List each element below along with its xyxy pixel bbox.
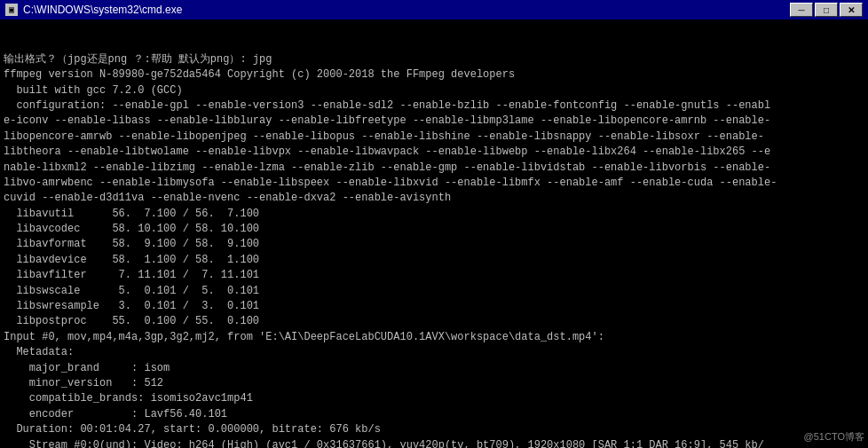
console-line: encoder : Lavf56.40.101 xyxy=(4,407,864,422)
console-line: libavformat 58. 9.100 / 58. 9.100 xyxy=(4,237,864,252)
console-line: Metadata: xyxy=(4,345,864,360)
console-line: compatible_brands: isomiso2avc1mp41 xyxy=(4,391,864,406)
console-line: libswscale 5. 0.101 / 5. 0.101 xyxy=(4,284,864,299)
cmd-window: ▣ C:\WINDOWS\system32\cmd.exe ─ □ ✕ 输出格式… xyxy=(0,0,868,448)
console-output: 输出格式？（jpg还是png ？:帮助 默认为png）: jpgffmpeg v… xyxy=(0,20,868,448)
close-button[interactable]: ✕ xyxy=(840,3,863,17)
title-bar-left: ▣ C:\WINDOWS\system32\cmd.exe xyxy=(5,4,182,16)
window-title: C:\WINDOWS\system32\cmd.exe xyxy=(23,4,182,16)
console-line: nable-libxml2 --enable-libzimg --enable-… xyxy=(4,161,864,176)
console-line: major_brand : isom xyxy=(4,361,864,376)
console-line: e-iconv --enable-libass --enable-libblur… xyxy=(4,114,864,129)
console-line: libopencore-amrwb --enable-libopenjpeg -… xyxy=(4,130,864,145)
console-line: libvo-amrwbenc --enable-libmysofa --enab… xyxy=(4,176,864,191)
console-line: Input #0, mov,mp4,m4a,3gp,3g2,mj2, from … xyxy=(4,330,864,345)
console-line: built with gcc 7.2.0 (GCC) xyxy=(4,83,864,98)
console-line: libavutil 56. 7.100 / 56. 7.100 xyxy=(4,207,864,222)
title-bar-controls: ─ □ ✕ xyxy=(790,3,863,17)
console-line: libavfilter 7. 11.101 / 7. 11.101 xyxy=(4,268,864,283)
cmd-icon: ▣ xyxy=(5,4,18,16)
console-line: libavcodec 58. 10.100 / 58. 10.100 xyxy=(4,222,864,237)
maximize-button[interactable]: □ xyxy=(815,3,838,17)
console-line: ffmpeg version N-89980-ge752da5464 Copyr… xyxy=(4,67,864,83)
console-lines: 输出格式？（jpg还是png ？:帮助 默认为png）: jpgffmpeg v… xyxy=(4,52,864,448)
console-line: libpostproc 55. 0.100 / 55. 0.100 xyxy=(4,314,864,329)
console-line: cuvid --enable-d3d11va --enable-nvenc --… xyxy=(4,191,864,206)
console-line: 输出格式？（jpg还是png ？:帮助 默认为png）: jpg xyxy=(4,52,864,67)
console-line: libtheora --enable-libtwolame --enable-l… xyxy=(4,145,864,160)
console-line: Duration: 00:01:04.27, start: 0.000000, … xyxy=(4,422,864,437)
minimize-button[interactable]: ─ xyxy=(790,3,813,17)
console-line: Stream #0:0(und): Video: h264 (High) (av… xyxy=(4,438,864,448)
console-line: minor_version : 512 xyxy=(4,376,864,391)
console-line: configuration: --enable-gpl --enable-ver… xyxy=(4,98,864,114)
watermark: @51CTO博客 xyxy=(804,430,864,444)
console-line: libswresample 3. 0.101 / 3. 0.101 xyxy=(4,299,864,314)
title-bar: ▣ C:\WINDOWS\system32\cmd.exe ─ □ ✕ xyxy=(0,0,868,20)
console-line: libavdevice 58. 1.100 / 58. 1.100 xyxy=(4,253,864,268)
